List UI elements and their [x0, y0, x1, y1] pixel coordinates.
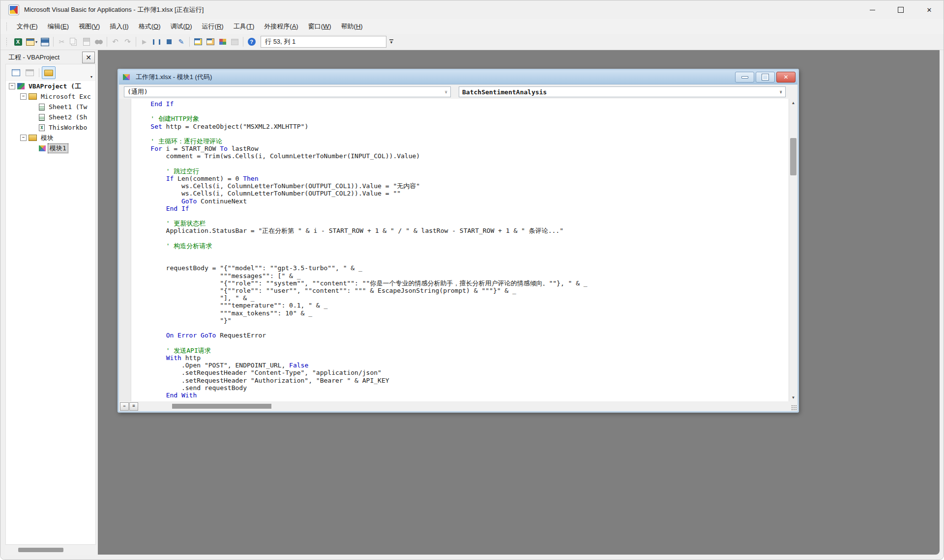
module-icon: [123, 74, 130, 80]
insert-userform-icon[interactable]: [24, 36, 36, 48]
code-window-restore-button[interactable]: [756, 72, 775, 83]
menu-item-W[interactable]: 窗口(W): [303, 20, 336, 33]
workbook-icon: X: [39, 124, 45, 131]
help-icon[interactable]: ?: [245, 36, 258, 48]
code-window-minimize-button[interactable]: [735, 72, 754, 83]
find-icon[interactable]: [92, 36, 105, 48]
undo-icon[interactable]: ↶: [109, 36, 121, 48]
code-line: [135, 257, 789, 264]
tree-item-label: Sheet1 (Tw: [47, 103, 88, 111]
procedure-combo[interactable]: BatchSentimentAnalysis ∨: [459, 86, 786, 97]
menu-item-F[interactable]: 文件(F): [12, 20, 43, 33]
project-hscrollbar-thumb[interactable]: [18, 548, 63, 552]
code-window-titlebar[interactable]: 工作簿1.xlsx - 模块1 (代码) ✕: [119, 70, 797, 84]
minimize-icon: [741, 76, 748, 79]
project-panel-header[interactable]: 工程 - VBAProject ✕: [5, 51, 96, 64]
restore-icon: [762, 74, 768, 80]
code-line: """max_tokens"": 10" & _: [135, 309, 789, 317]
tree-item[interactable]: Sheet2 (Sh: [6, 112, 95, 122]
code-vscrollbar-thumb[interactable]: [790, 138, 796, 175]
tree-expander[interactable]: −: [9, 83, 15, 89]
code-line: """messages"": [" & _: [135, 272, 789, 280]
project-explorer-icon[interactable]: [192, 36, 204, 48]
tree-expander[interactable]: −: [20, 135, 27, 141]
view-excel-icon[interactable]: X: [12, 36, 24, 48]
mdi-background: 工作簿1.xlsx - 模块1 (代码) ✕ (通用) ∨ BatchSenti…: [98, 50, 940, 555]
code-line: comment = Trim(ws.Cells(i, ColumnLetterT…: [135, 152, 789, 160]
project-hscrollbar[interactable]: [5, 546, 96, 555]
tree-item[interactable]: Sheet1 (Tw: [6, 102, 95, 112]
scroll-up-arrow[interactable]: ▲: [789, 99, 797, 107]
code-line: [135, 324, 789, 332]
copy-icon[interactable]: [68, 36, 80, 48]
menu-item-E[interactable]: 编辑(E): [43, 20, 74, 33]
menu-item-D[interactable]: 调试(D): [165, 20, 197, 33]
scroll-down-arrow[interactable]: ▼: [789, 393, 797, 401]
tree-item-label: 模块1: [48, 144, 68, 153]
menu-item-A[interactable]: 外接程序(A): [259, 20, 303, 33]
toolbar-options-button[interactable]: ▼: [387, 36, 395, 48]
code-line: [135, 235, 789, 242]
paste-icon[interactable]: [80, 36, 92, 48]
minimize-button[interactable]: [858, 0, 886, 19]
code-line: ' 发送API请求: [135, 347, 789, 354]
menu-item-I[interactable]: 插入(I): [105, 20, 133, 33]
menu-item-T[interactable]: 工具(T): [229, 20, 260, 33]
standard-toolbar: X▾✂↶↷▶✎? 行 53, 列 1 ▼: [0, 34, 944, 50]
project-panel-close-button[interactable]: ✕: [82, 52, 95, 63]
code-line: End With: [135, 392, 789, 399]
code-line: [135, 108, 789, 115]
reset-icon[interactable]: [163, 36, 175, 48]
code-line: "{""role"": ""system"", ""content"": ""你…: [135, 280, 789, 287]
tree-item[interactable]: −Microsoft Exc: [6, 91, 95, 102]
minimize-icon: [870, 10, 875, 10]
chevron-down-icon[interactable]: ▾: [90, 75, 94, 80]
toggle-folders-icon[interactable]: [42, 66, 56, 79]
maximize-icon: [898, 7, 904, 13]
redo-icon[interactable]: ↷: [121, 36, 134, 48]
code-line: ' 更新状态栏: [135, 220, 789, 227]
menu-item-H[interactable]: 帮助(H): [336, 20, 368, 33]
view-object-icon[interactable]: [23, 66, 36, 79]
margin-indicator-bar[interactable]: [119, 99, 131, 401]
tree-item[interactable]: −模块: [6, 133, 95, 143]
cut-icon[interactable]: ✂: [56, 36, 68, 48]
maximize-button[interactable]: [886, 0, 915, 19]
code-line: ' 创建HTTP对象: [135, 115, 789, 122]
tree-item-label: Sheet2 (Sh: [47, 113, 88, 121]
menu-item-R[interactable]: 运行(R): [197, 20, 229, 33]
object-browser-icon[interactable]: [216, 36, 229, 48]
vba-main-window: Microsoft Visual Basic for Applications …: [0, 0, 944, 560]
properties-window-icon[interactable]: [204, 36, 216, 48]
code-hscrollbar[interactable]: [143, 402, 791, 410]
resize-grip-icon[interactable]: [791, 405, 797, 411]
menubar-grip[interactable]: [5, 22, 8, 31]
titlebar[interactable]: Microsoft Visual Basic for Applications …: [0, 0, 944, 19]
tree-item[interactable]: 模块1: [6, 143, 95, 153]
toolbox-icon[interactable]: [229, 36, 241, 48]
break-icon[interactable]: [150, 36, 163, 48]
save-icon[interactable]: [39, 36, 51, 48]
code-editor[interactable]: End If ' 创建HTTP对象 Set http = CreateObjec…: [131, 100, 789, 401]
toolbar-grip[interactable]: [5, 37, 8, 46]
project-explorer-panel: 工程 - VBAProject ✕ ▾ −VBAProject (工−Micro…: [0, 50, 98, 560]
design-mode-icon[interactable]: ✎: [175, 36, 187, 48]
tree-expander[interactable]: −: [20, 93, 27, 100]
procedure-combo-value: BatchSentimentAnalysis: [462, 88, 547, 96]
tree-item[interactable]: −VBAProject (工: [6, 81, 95, 91]
code-hscrollbar-thumb[interactable]: [172, 404, 271, 409]
procedure-view-button[interactable]: =: [120, 402, 129, 411]
run-icon[interactable]: ▶: [138, 36, 150, 48]
code-line: End If: [135, 205, 789, 212]
object-combo[interactable]: (通用) ∨: [124, 86, 451, 97]
code-line: [135, 250, 789, 257]
code-vscrollbar[interactable]: ▲ ▼: [789, 99, 797, 401]
code-window-close-button[interactable]: ✕: [776, 72, 796, 83]
menu-item-O[interactable]: 格式(O): [134, 20, 166, 33]
menu-item-V[interactable]: 视图(V): [74, 20, 105, 33]
view-code-icon[interactable]: [9, 66, 23, 79]
full-module-view-button[interactable]: ≡: [129, 402, 138, 411]
code-line: .setRequestHeader "Authorization", "Bear…: [135, 377, 789, 384]
tree-item[interactable]: XThisWorkbo: [6, 122, 95, 133]
close-button[interactable]: ✕: [915, 0, 944, 19]
